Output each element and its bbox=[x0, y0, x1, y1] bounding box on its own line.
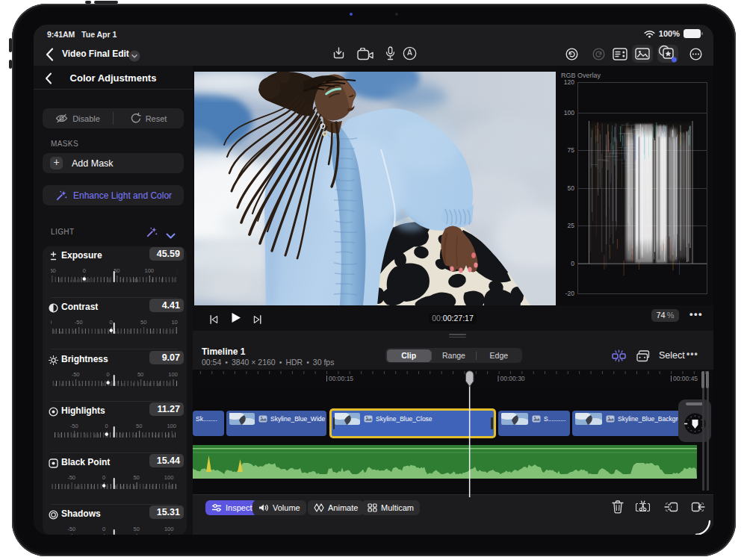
svg-text:00:00:30: 00:00:30 bbox=[500, 375, 525, 382]
svg-text:50: 50 bbox=[137, 371, 143, 378]
svg-text:25: 25 bbox=[568, 222, 575, 229]
svg-text:-50: -50 bbox=[72, 371, 80, 378]
svg-text:100: 100 bbox=[145, 267, 155, 274]
svg-text:0: 0 bbox=[107, 371, 110, 378]
svg-text:50: 50 bbox=[134, 526, 140, 532]
svg-text:100: 100 bbox=[564, 109, 574, 116]
svg-text:75: 75 bbox=[568, 146, 575, 154]
svg-text:0: 0 bbox=[83, 267, 86, 274]
svg-text:100: 100 bbox=[171, 319, 178, 326]
svg-text:50: 50 bbox=[568, 184, 575, 192]
svg-text:100: 100 bbox=[164, 474, 174, 481]
svg-text:50: 50 bbox=[136, 423, 142, 429]
svg-text:50: 50 bbox=[133, 474, 139, 481]
svg-text:00:00:45: 00:00:45 bbox=[673, 375, 698, 382]
svg-text:0: 0 bbox=[105, 423, 108, 429]
svg-text:0: 0 bbox=[102, 474, 105, 481]
svg-text:-50: -50 bbox=[51, 267, 56, 274]
svg-text:-50: -50 bbox=[70, 423, 78, 429]
svg-text:50: 50 bbox=[140, 319, 146, 326]
svg-text:150: 150 bbox=[177, 267, 178, 274]
svg-text:120: 120 bbox=[564, 78, 574, 86]
svg-text:-100: -100 bbox=[51, 319, 52, 326]
svg-text:-50: -50 bbox=[75, 319, 83, 326]
svg-text:0: 0 bbox=[571, 260, 574, 267]
svg-text:-20: -20 bbox=[565, 290, 575, 297]
svg-text:100: 100 bbox=[164, 526, 174, 532]
svg-text:0: 0 bbox=[102, 526, 105, 532]
svg-text:100: 100 bbox=[167, 423, 176, 429]
svg-text:100: 100 bbox=[168, 371, 178, 378]
svg-text:00:00:15: 00:00:15 bbox=[329, 375, 353, 382]
svg-text:0: 0 bbox=[110, 319, 113, 326]
svg-text:-50: -50 bbox=[67, 526, 75, 532]
svg-text:-50: -50 bbox=[67, 474, 75, 481]
